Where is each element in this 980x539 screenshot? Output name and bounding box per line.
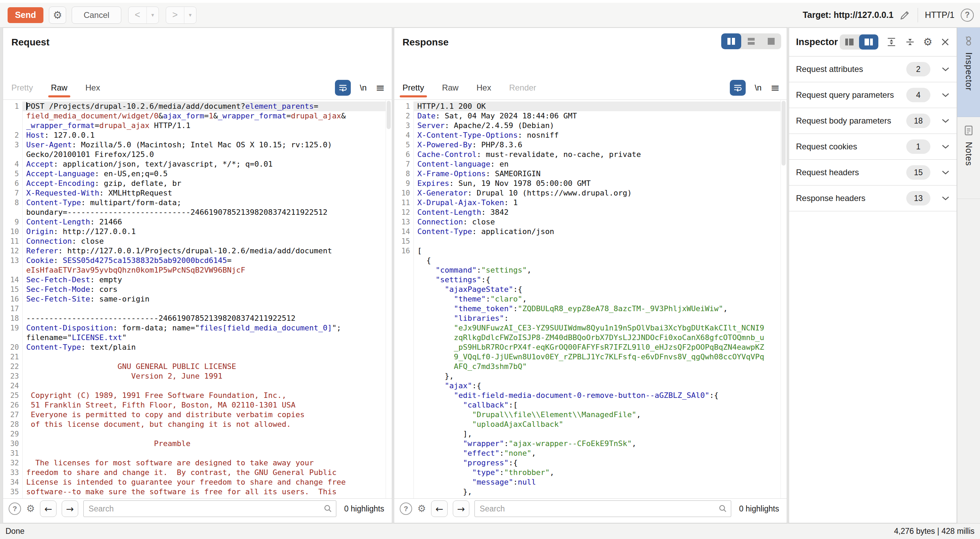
edit-target-button[interactable] bbox=[899, 9, 911, 21]
line-number: 31 bbox=[3, 449, 22, 458]
code-line: "libraries": bbox=[394, 314, 787, 323]
word-wrap-button[interactable] bbox=[730, 80, 746, 96]
side-tab-inspector[interactable]: Inspector bbox=[957, 27, 980, 117]
inspector-section-request-query-parameters[interactable]: Request query parameters4 bbox=[789, 82, 956, 108]
layout-rows-button[interactable] bbox=[741, 33, 761, 49]
response-editor[interactable]: 1HTTP/1.1 200 OK2Date: Sat, 04 May 2024 … bbox=[394, 100, 787, 499]
search-settings-icon[interactable]: ⚙ bbox=[26, 504, 35, 514]
dock-left-button[interactable] bbox=[840, 35, 859, 49]
code-line: "effect":"none", bbox=[394, 449, 787, 458]
line-number: 23 bbox=[3, 371, 22, 381]
back-dropdown-icon[interactable]: ▾ bbox=[146, 7, 159, 24]
http-version-selector[interactable]: HTTP/1 bbox=[925, 10, 955, 20]
request-editor-icons: \n ≡ bbox=[335, 80, 388, 96]
line-number: 21 bbox=[3, 352, 22, 362]
chevron-down-icon[interactable] bbox=[942, 67, 950, 72]
code-line: 14Content-Type: application/json bbox=[394, 227, 787, 236]
dock-left-icon bbox=[845, 38, 854, 46]
line-number: 17 bbox=[3, 304, 22, 314]
line-number bbox=[394, 468, 414, 477]
inspector-section-request-headers[interactable]: Request headers15 bbox=[789, 160, 956, 185]
inspector-section-request-attributes[interactable]: Request attributes2 bbox=[789, 57, 956, 82]
inspector-section-response-headers[interactable]: Response headers13 bbox=[789, 185, 956, 211]
code-line: 27 Everyone is permitted to copy and dis… bbox=[3, 410, 392, 420]
search-input[interactable] bbox=[83, 501, 336, 517]
tab-raw[interactable]: Raw bbox=[51, 83, 68, 93]
line-number bbox=[3, 265, 22, 275]
help-icon[interactable]: ? bbox=[961, 9, 974, 22]
code-line: ], bbox=[394, 429, 787, 439]
search-previous-button[interactable]: ← bbox=[431, 501, 448, 517]
show-newlines-button[interactable]: \n bbox=[755, 83, 762, 93]
inspector-header: Inspector ⚙ bbox=[789, 28, 956, 57]
search-next-button[interactable]: → bbox=[62, 501, 78, 517]
line-number: 35 bbox=[3, 487, 22, 497]
chevron-down-icon[interactable] bbox=[942, 93, 950, 98]
chevron-down-icon[interactable] bbox=[942, 196, 950, 201]
code-line: 3User-Agent: Mozilla/5.0 (Macintosh; Int… bbox=[3, 140, 392, 150]
line-number: 15 bbox=[3, 285, 22, 294]
tab-hex[interactable]: Hex bbox=[477, 83, 492, 93]
line-number: 1 bbox=[3, 101, 22, 111]
search-input[interactable] bbox=[474, 501, 731, 517]
cancel-button[interactable]: Cancel bbox=[72, 6, 121, 24]
request-scrollbar-thumb[interactable] bbox=[387, 101, 391, 129]
tab-hex[interactable]: Hex bbox=[86, 83, 100, 93]
dock-right-button[interactable] bbox=[859, 35, 878, 49]
request-menu-button[interactable]: ≡ bbox=[375, 81, 385, 94]
word-wrap-button[interactable] bbox=[335, 80, 351, 96]
inspector-section-request-body-parameters[interactable]: Request body parameters18 bbox=[789, 108, 956, 134]
search-help-icon[interactable]: ? bbox=[400, 503, 412, 515]
code-line: 32 The licenses for most software are de… bbox=[3, 458, 392, 468]
code-line: 1POST /Projects/drupal-10.2.6/media/add/… bbox=[3, 101, 392, 111]
send-button[interactable]: Send bbox=[8, 7, 43, 23]
dock-right-icon bbox=[865, 38, 873, 46]
word-wrap-icon bbox=[338, 83, 348, 93]
tab-pretty[interactable]: Pretty bbox=[402, 83, 424, 93]
chevron-down-icon[interactable] bbox=[942, 118, 950, 124]
show-newlines-button[interactable]: \n bbox=[360, 83, 367, 93]
section-count-badge: 4 bbox=[906, 88, 931, 102]
code-line: 22 GNU GENERAL PUBLIC LICENSE bbox=[3, 362, 392, 371]
tab-raw[interactable]: Raw bbox=[442, 83, 459, 93]
code-line: filename="LICENSE.txt" bbox=[3, 333, 392, 342]
request-editor[interactable]: 1POST /Projects/drupal-10.2.6/media/add/… bbox=[3, 100, 392, 499]
chevron-down-icon[interactable] bbox=[942, 144, 950, 149]
next-request-button[interactable]: > ▾ bbox=[166, 6, 196, 24]
inspector-sections: Request attributes2Request query paramet… bbox=[789, 57, 956, 211]
line-number: 28 bbox=[3, 420, 22, 429]
previous-request-button[interactable]: < ▾ bbox=[128, 6, 159, 24]
request-scrollbar[interactable] bbox=[386, 100, 391, 499]
tab-render[interactable]: Render bbox=[509, 83, 536, 93]
chevron-down-icon[interactable] bbox=[942, 170, 950, 175]
code-line: "command":"settings", bbox=[394, 265, 787, 275]
collapse-all-icon[interactable] bbox=[905, 36, 916, 48]
code-line: "Drupal\\file\\Element\\ManagedFile", bbox=[394, 410, 787, 420]
code-line: 10Origin: http://127.0.0.1 bbox=[3, 227, 392, 236]
search-help-icon[interactable]: ? bbox=[9, 503, 21, 515]
expand-all-icon[interactable] bbox=[886, 36, 897, 48]
code-line: 8Content-Type: multipart/form-data; bbox=[3, 198, 392, 208]
line-number: 6 bbox=[394, 150, 414, 159]
code-line: 9_VQqLf0-JjUEwn8U1ov0EY_rZPBLJ1Yc7KLFsfq… bbox=[394, 352, 787, 362]
side-tab-notes[interactable]: Notes bbox=[957, 117, 980, 199]
inspector-section-request-cookies[interactable]: Request cookies1 bbox=[789, 134, 956, 160]
layout-columns-button[interactable] bbox=[721, 33, 741, 49]
columns-layout-icon bbox=[727, 38, 730, 45]
send-settings-button[interactable]: ⚙ bbox=[49, 6, 66, 24]
forward-dropdown-icon[interactable]: ▾ bbox=[184, 7, 196, 24]
line-number: 3 bbox=[3, 140, 22, 150]
code-line: AFQ_c7md3shm7bQ" bbox=[394, 362, 787, 371]
response-scrollbar[interactable] bbox=[781, 100, 786, 499]
layout-single-button[interactable] bbox=[761, 33, 781, 49]
search-settings-icon[interactable]: ⚙ bbox=[417, 504, 426, 514]
response-scrollbar-thumb[interactable] bbox=[781, 101, 786, 166]
close-icon[interactable] bbox=[940, 37, 950, 47]
tab-pretty[interactable]: Pretty bbox=[11, 83, 33, 93]
search-next-button[interactable]: → bbox=[453, 501, 469, 517]
search-previous-button[interactable]: ← bbox=[40, 501, 57, 517]
inspector-settings-icon[interactable]: ⚙ bbox=[923, 37, 932, 47]
line-number: 10 bbox=[394, 188, 414, 198]
response-menu-button[interactable]: ≡ bbox=[770, 81, 780, 94]
request-search-field bbox=[83, 501, 336, 517]
